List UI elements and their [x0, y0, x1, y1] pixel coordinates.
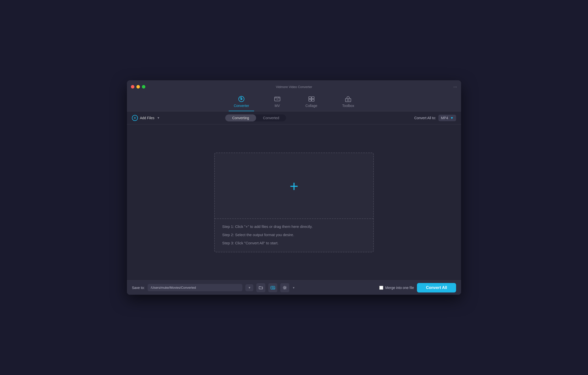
- svg-rect-8: [347, 99, 349, 101]
- merge-checkbox-input[interactable]: [379, 286, 383, 290]
- format-dropdown[interactable]: MP4 ▼: [438, 115, 456, 121]
- more-options-icon[interactable]: ···: [453, 84, 457, 90]
- step3-text: Step 3: Click "Convert All" to start.: [222, 240, 366, 246]
- window-title: Vidmore Video Converter: [276, 85, 312, 89]
- folder-icon: [259, 285, 263, 290]
- drop-zone[interactable]: + Step 1: Click "+" to add files or drag…: [214, 153, 374, 252]
- hardware-icon: ON: [270, 285, 275, 290]
- window-controls: [131, 85, 145, 89]
- svg-rect-7: [345, 98, 351, 102]
- minimize-button[interactable]: [136, 85, 140, 89]
- step1-text: Step 1: Click "+" to add files or drag t…: [222, 224, 366, 229]
- converter-icon: [238, 96, 245, 102]
- tab-mv[interactable]: MV: [269, 93, 286, 111]
- nav-tabs: Converter MV: [127, 93, 461, 111]
- converting-tab-button[interactable]: Converting: [225, 114, 256, 121]
- svg-text:ON: ON: [274, 288, 275, 289]
- tab-toolbox[interactable]: Toolbox: [337, 93, 359, 111]
- add-files-icon: +: [132, 115, 138, 121]
- converted-tab-button[interactable]: Converted: [256, 114, 286, 121]
- convert-all-button[interactable]: Convert All: [417, 283, 456, 292]
- folder-icon-button[interactable]: [256, 283, 265, 292]
- converting-converted-switcher: Converting Converted: [225, 114, 286, 121]
- save-to-label: Save to:: [132, 286, 145, 290]
- maximize-button[interactable]: [142, 85, 145, 89]
- tab-converter-label: Converter: [234, 104, 249, 108]
- tab-collage[interactable]: Collage: [300, 93, 322, 111]
- tab-toolbox-label: Toolbox: [342, 104, 354, 108]
- convert-all-to-label: Convert All to:: [414, 116, 436, 120]
- tab-mv-label: MV: [275, 104, 280, 108]
- toolbar: + Add Files ▼ Converting Converted Conve…: [127, 111, 461, 124]
- svg-point-14: [284, 287, 286, 288]
- convert-all-to-section: Convert All to: MP4 ▼: [414, 115, 456, 121]
- merge-checkbox-label[interactable]: Merge into one file: [379, 286, 414, 290]
- step2-text: Step 2: Select the output format you des…: [222, 232, 366, 237]
- format-dropdown-arrow: ▼: [450, 116, 454, 120]
- bottom-bar: Save to: ▼ ON ▼ Mer: [127, 280, 461, 295]
- tab-converter[interactable]: Converter: [229, 93, 254, 111]
- add-files-dropdown-arrow[interactable]: ▼: [157, 116, 160, 120]
- mv-icon: [274, 96, 281, 102]
- tab-collage-label: Collage: [305, 104, 317, 108]
- titlebar: Vidmore Video Converter ···: [127, 80, 461, 93]
- add-files-label: Add Files: [140, 116, 154, 120]
- close-button[interactable]: [131, 85, 134, 89]
- main-window: Vidmore Video Converter ··· Converter: [127, 80, 461, 295]
- main-content: + Step 1: Click "+" to add files or drag…: [127, 124, 461, 280]
- add-files-button[interactable]: + Add Files: [132, 115, 154, 121]
- svg-marker-1: [241, 98, 243, 100]
- svg-rect-2: [275, 97, 280, 101]
- drop-zone-inner: +: [215, 154, 373, 219]
- svg-rect-6: [312, 99, 314, 101]
- save-path-dropdown-button[interactable]: ▼: [245, 284, 253, 291]
- settings-icon-button[interactable]: [280, 283, 289, 292]
- drop-zone-instructions: Step 1: Click "+" to add files or drag t…: [215, 219, 373, 251]
- svg-rect-4: [312, 97, 314, 99]
- collage-icon: [308, 96, 315, 102]
- merge-label: Merge into one file: [385, 286, 414, 290]
- svg-rect-3: [309, 97, 311, 99]
- svg-rect-11: [271, 287, 271, 288]
- settings-dropdown-arrow[interactable]: ▼: [292, 286, 295, 289]
- hardware-settings-icon-button[interactable]: ON: [268, 283, 277, 292]
- drop-plus-icon: +: [290, 179, 298, 194]
- svg-rect-5: [309, 99, 311, 101]
- gear-icon: [283, 285, 287, 290]
- toolbox-icon: [345, 96, 351, 102]
- format-value: MP4: [441, 116, 448, 120]
- save-path-input[interactable]: [148, 284, 242, 291]
